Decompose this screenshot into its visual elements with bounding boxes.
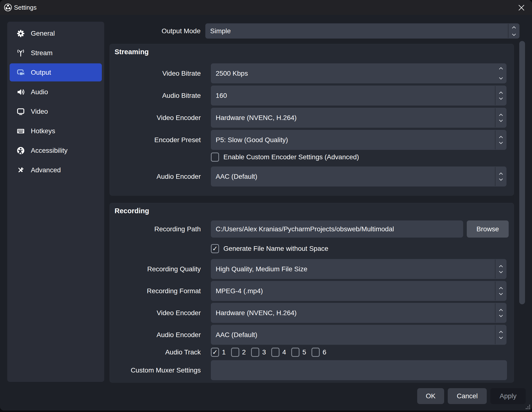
audio-encoder-label: Audio Encoder — [110, 325, 206, 345]
video-encoder-label: Video Encoder — [110, 108, 206, 128]
titlebar: Settings — [0, 0, 532, 15]
ok-button[interactable]: OK — [417, 388, 444, 404]
stream-audio-encoder-row: Audio Encoder AAC (Default) — [110, 167, 514, 186]
recording-format-value: MPEG-4 (.mp4) — [216, 287, 263, 295]
audio-encoder-value: AAC (Default) — [216, 173, 257, 180]
recording-quality-select[interactable]: High Quality, Medium File Size — [211, 259, 506, 279]
resize-grip-icon[interactable] — [526, 405, 531, 410]
obs-logo-icon — [4, 3, 12, 11]
recording-format-select[interactable]: MPEG-4 (.mp4) — [211, 281, 506, 301]
custom-muxer-label: Custom Muxer Settings — [110, 360, 206, 380]
audio-track-3-checkbox[interactable]: ✓ — [251, 348, 259, 357]
video-bitrate-value: 2500 Kbps — [216, 70, 248, 77]
generate-filename-checkbox[interactable]: ✓ — [211, 244, 219, 253]
spin-down-icon — [499, 97, 503, 100]
encoder-preset-value: P5: Slow (Good Quality) — [216, 136, 288, 144]
chevron-up-icon — [499, 265, 503, 267]
sidebar-item-label: Stream — [31, 49, 52, 57]
keyboard-icon — [16, 127, 25, 135]
tools-icon — [16, 166, 25, 175]
audio-track-2: ✓ 2 — [231, 348, 246, 357]
accessibility-icon — [16, 146, 25, 155]
audio-track-number: 6 — [323, 348, 326, 356]
stream-audio-encoder-select[interactable]: AAC (Default) — [211, 167, 506, 186]
audio-track-4-checkbox[interactable]: ✓ — [271, 348, 279, 357]
custom-muxer-row: Custom Muxer Settings — [110, 360, 514, 380]
audio-track-5-checkbox[interactable]: ✓ — [291, 348, 299, 357]
recording-path-label: Recording Path — [110, 220, 206, 237]
chevron-up-icon — [499, 114, 503, 116]
sidebar-item-label: General — [31, 30, 55, 37]
generate-filename-label: Generate File Name without Space — [223, 245, 328, 253]
sidebar-item-audio[interactable]: Audio — [10, 83, 102, 101]
audio-track-number: 4 — [282, 348, 286, 356]
audio-bitrate-spinner[interactable]: 160 — [211, 86, 506, 106]
browse-button[interactable]: Browse — [467, 220, 509, 237]
video-bitrate-label: Video Bitrate — [110, 63, 206, 83]
audio-track-6: ✓ 6 — [312, 348, 326, 357]
monitor-icon — [16, 107, 25, 116]
streaming-section: Streaming Video Bitrate 2500 Kbps Audio … — [110, 44, 514, 196]
encoder-preset-select[interactable]: P5: Slow (Good Quality) — [211, 130, 506, 150]
sidebar-item-accessibility[interactable]: Accessibility — [10, 141, 102, 159]
output-mode-label: Output Mode — [110, 23, 206, 39]
chevron-up-icon — [512, 26, 516, 29]
recording-path-input[interactable] — [211, 220, 463, 237]
sidebar-item-output[interactable]: Output — [10, 63, 102, 81]
video-bitrate-spinner[interactable]: 2500 Kbps — [211, 63, 506, 83]
sidebar-item-advanced[interactable]: Advanced — [10, 161, 102, 179]
video-encoder-value: Hardware (NVENC, H.264) — [216, 309, 297, 317]
recording-format-label: Recording Format — [110, 281, 206, 301]
close-button[interactable] — [516, 3, 527, 12]
spin-up-icon — [499, 67, 503, 70]
audio-track-2-checkbox[interactable]: ✓ — [231, 348, 239, 357]
check-icon: ✓ — [212, 245, 218, 252]
audio-track-number: 2 — [242, 348, 246, 356]
output-mode-select[interactable]: Simple — [205, 23, 520, 39]
rec-video-encoder-select[interactable]: Hardware (NVENC, H.264) — [211, 303, 506, 323]
stream-video-encoder-select[interactable]: Hardware (NVENC, H.264) — [211, 108, 506, 128]
recording-quality-row: Recording Quality High Quality, Medium F… — [110, 259, 514, 279]
chevron-down-icon — [499, 178, 503, 181]
audio-bitrate-row: Audio Bitrate 160 — [110, 86, 514, 106]
sidebar-item-general[interactable]: General — [10, 24, 102, 42]
audio-track-3: ✓ 3 — [251, 348, 266, 357]
generate-filename-row: ✓ Generate File Name without Space — [211, 244, 532, 254]
sidebar-item-video[interactable]: Video — [10, 102, 102, 120]
audio-bitrate-value: 160 — [216, 92, 227, 99]
sidebar-item-label: Hotkeys — [31, 127, 55, 135]
apply-button[interactable]: Apply — [490, 388, 526, 404]
audio-track-6-checkbox[interactable]: ✓ — [312, 348, 320, 357]
chevron-down-icon — [499, 142, 503, 144]
output-display-icon — [16, 68, 25, 77]
audio-track-number: 5 — [302, 348, 306, 356]
sidebar-item-hotkeys[interactable]: Hotkeys — [10, 122, 102, 140]
chevron-up-icon — [499, 309, 503, 311]
sidebar: General Stream Out — [7, 22, 104, 382]
audio-encoder-label: Audio Encoder — [110, 167, 206, 186]
settings-window: Settings General — [0, 0, 532, 411]
cancel-button[interactable]: Cancel — [448, 388, 487, 404]
recording-path-row: Recording Path Browse — [110, 220, 514, 237]
custom-muxer-input[interactable] — [211, 360, 507, 380]
sidebar-item-label: Video — [31, 108, 48, 115]
audio-track-1-checkbox[interactable]: ✓ — [211, 348, 219, 357]
audio-track-label: Audio Track — [110, 347, 206, 357]
spin-down-icon — [499, 77, 503, 79]
custom-encoder-settings-checkbox[interactable]: ✓ — [211, 153, 219, 162]
recording-section: Recording Recording Path Browse ✓ Genera… — [110, 203, 514, 383]
audio-track-5: ✓ 5 — [291, 348, 306, 357]
video-encoder-value: Hardware (NVENC, H.264) — [216, 114, 297, 122]
speaker-icon — [16, 88, 25, 96]
encoder-preset-label: Encoder Preset — [110, 130, 206, 150]
chevron-down-icon — [499, 119, 503, 122]
sidebar-item-stream[interactable]: Stream — [10, 44, 102, 62]
vertical-scrollbar-thumb[interactable] — [519, 41, 525, 304]
recording-header: Recording — [114, 207, 149, 215]
chevron-up-icon — [499, 173, 503, 175]
rec-video-encoder-row: Video Encoder Hardware (NVENC, H.264) — [110, 303, 514, 323]
rec-audio-encoder-select[interactable]: AAC (Default) — [211, 325, 506, 345]
chevron-up-icon — [499, 331, 503, 333]
window-title: Settings — [14, 4, 37, 11]
close-icon — [518, 5, 524, 11]
